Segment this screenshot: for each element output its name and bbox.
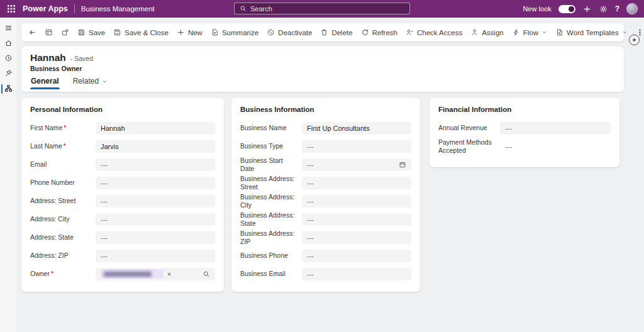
field-row: Business Phone --- — [240, 246, 411, 265]
field-label: Business Address: State — [240, 211, 294, 227]
address-state-input[interactable]: --- — [96, 231, 215, 244]
nav-menu-icon[interactable] — [0, 24, 16, 33]
phone-number-input[interactable]: --- — [96, 177, 215, 189]
tab-general[interactable]: General — [30, 77, 60, 89]
user-avatar[interactable] — [626, 3, 638, 14]
field-label: Owner — [30, 270, 50, 277]
field-row: Owner* — [30, 265, 215, 283]
calendar-icon[interactable] — [399, 161, 406, 169]
required-asterisk: * — [64, 124, 66, 131]
payment-methods-value[interactable]: --- — [500, 143, 611, 150]
remove-owner-icon[interactable] — [167, 272, 172, 277]
refresh-label: Refresh — [372, 29, 397, 36]
business-phone-input[interactable]: --- — [302, 250, 411, 262]
business-address-street-input[interactable]: --- — [302, 177, 411, 189]
help-icon[interactable]: ? — [615, 4, 619, 14]
nav-recent-icon[interactable] — [0, 54, 16, 64]
field-row: Business Address: ZIP --- — [240, 228, 411, 246]
form-tabs: General Related — [30, 77, 615, 89]
deactivate-label: Deactivate — [278, 29, 312, 36]
address-street-input[interactable]: --- — [96, 195, 215, 208]
section-title: Financial Information — [438, 106, 611, 113]
global-search[interactable] — [234, 3, 410, 14]
business-address-city-input[interactable]: --- — [302, 195, 411, 208]
last-name-input[interactable]: Jarvis — [96, 140, 215, 153]
business-address-state-input[interactable]: --- — [302, 213, 411, 226]
field-label: Business Address: City — [240, 193, 294, 209]
annual-revenue-input[interactable]: --- — [500, 122, 611, 135]
command-bar: Save Save & Close New Summarize Deactiva… — [21, 23, 624, 42]
field-label: Address: State — [30, 233, 74, 241]
save-and-close-label: Save & Close — [125, 29, 169, 36]
nav-business-owners-icon[interactable] — [0, 84, 16, 94]
search-icon — [240, 5, 247, 12]
word-templates-button[interactable]: Word Templates — [552, 26, 631, 39]
section-title: Business Information — [240, 106, 411, 113]
deactivate-button[interactable]: Deactivate — [263, 26, 316, 39]
save-label: Save — [89, 29, 105, 36]
field-label: Phone Number — [30, 179, 75, 186]
add-icon[interactable] — [582, 4, 592, 14]
assign-button[interactable]: Assign — [467, 26, 508, 39]
delete-label: Delete — [331, 29, 352, 36]
check-access-label: Check Access — [417, 29, 462, 36]
business-address-zip-input[interactable]: --- — [302, 231, 411, 244]
settings-gear-icon[interactable] — [599, 4, 608, 14]
main-area: Save Save & Close New Summarize Deactiva… — [16, 18, 644, 332]
delete-button[interactable]: Delete — [316, 26, 356, 39]
new-look-toggle[interactable] — [558, 5, 575, 13]
field-label: Business Address: ZIP — [240, 230, 294, 245]
search-input[interactable] — [250, 5, 404, 13]
flow-button[interactable]: Flow — [508, 26, 551, 39]
flow-label: Flow — [523, 29, 538, 36]
address-zip-input[interactable]: --- — [96, 250, 215, 262]
back-button[interactable] — [25, 26, 40, 39]
summarize-button[interactable]: Summarize — [207, 26, 262, 39]
form-view-icon[interactable] — [41, 26, 57, 39]
field-row: First Name* Hannah — [30, 119, 215, 137]
app-launcher-icon[interactable] — [6, 4, 16, 14]
field-row: Email --- — [30, 155, 215, 174]
field-label: Business Type — [240, 142, 283, 150]
business-email-input[interactable]: --- — [302, 268, 411, 280]
tab-related[interactable]: Related — [72, 77, 108, 89]
new-look-label: New look — [523, 5, 551, 13]
business-type-input[interactable]: --- — [302, 140, 411, 153]
lookup-search-icon[interactable] — [203, 270, 210, 278]
summarize-label: Summarize — [222, 29, 258, 36]
owner-lookup-pill[interactable] — [101, 269, 164, 279]
check-access-button[interactable]: Check Access — [402, 26, 466, 39]
field-label: Business Name — [240, 124, 287, 131]
chevron-down-icon — [541, 30, 547, 35]
business-start-date-input[interactable]: --- — [302, 158, 411, 171]
owner-lookup-field[interactable] — [96, 268, 215, 280]
nav-home-icon[interactable] — [0, 39, 16, 48]
save-and-close-button[interactable]: Save & Close — [109, 26, 172, 39]
field-row: Address: Street --- — [30, 192, 215, 210]
first-name-input[interactable]: Hannah — [96, 122, 215, 135]
field-label: Business Address: Street — [240, 175, 294, 191]
field-row: Business Start Date --- — [240, 155, 411, 174]
chevron-down-icon — [622, 30, 628, 35]
app-name[interactable]: Power Apps — [23, 4, 68, 13]
new-button[interactable]: New — [173, 26, 206, 39]
save-button[interactable]: Save — [74, 26, 109, 39]
required-asterisk: * — [64, 142, 66, 150]
field-label: Email — [30, 160, 47, 168]
field-row: Business Type --- — [240, 137, 411, 155]
address-city-input[interactable]: --- — [96, 213, 215, 226]
record-entity: Business Owner — [30, 65, 615, 72]
field-row: Address: State --- — [30, 228, 215, 246]
required-asterisk: * — [51, 270, 53, 277]
business-name-input[interactable]: First Up Consultants — [302, 122, 411, 135]
assistant-icon[interactable] — [629, 35, 640, 45]
section-title: Personal Information — [30, 106, 215, 113]
field-label: First Name — [30, 124, 62, 131]
popout-button[interactable] — [57, 26, 73, 39]
field-label: Business Start Date — [240, 157, 283, 172]
refresh-button[interactable]: Refresh — [357, 26, 401, 39]
field-row: Business Address: Street --- — [240, 174, 411, 192]
nav-pinned-icon[interactable] — [0, 69, 16, 79]
field-row: Last Name* Jarvis — [30, 137, 215, 155]
email-input[interactable]: --- — [96, 158, 215, 171]
